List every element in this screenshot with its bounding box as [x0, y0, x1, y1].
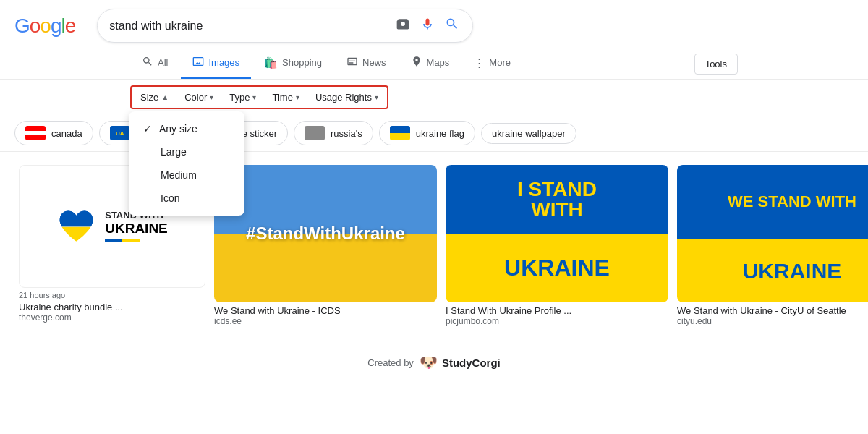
- tab-all-label: All: [158, 57, 168, 68]
- chip-thumb-sticker: UA: [110, 126, 130, 140]
- color-label: Color: [184, 92, 207, 103]
- usage-label: Usage Rights: [315, 92, 372, 103]
- time-chevron: ▾: [296, 93, 299, 101]
- search-bar: [97, 9, 473, 43]
- color-filter[interactable]: Color ▾: [177, 88, 221, 106]
- chip-russias-label: russia's: [331, 128, 362, 139]
- mic-icon[interactable]: [419, 15, 436, 36]
- news-icon: [346, 56, 358, 69]
- card-3-title: I Stand With Ukraine Profile ...: [446, 305, 668, 316]
- card-3-text-top: I STANDWITH: [517, 179, 597, 220]
- tab-images-label: Images: [208, 57, 239, 68]
- card-4-source: cityu.edu: [677, 316, 868, 326]
- corgi-icon: 🐶: [420, 354, 438, 371]
- size-filter[interactable]: Size ▲: [133, 88, 176, 106]
- time-label: Time: [272, 92, 292, 103]
- tab-news-label: News: [362, 57, 386, 68]
- card-1-source: theverge.com: [19, 312, 205, 323]
- size-option-icon[interactable]: Icon: [129, 187, 244, 210]
- size-option-large-label: Large: [161, 146, 187, 158]
- chip-thumb-canada: [25, 126, 46, 140]
- header: Google: [0, 0, 868, 48]
- filter-bar: Size ▲ Color ▾ Type ▾ Time ▾ Usage Right…: [0, 80, 868, 115]
- shopping-icon: 🛍️: [264, 56, 278, 69]
- size-option-medium-label: Medium: [161, 169, 197, 181]
- tab-images[interactable]: Images: [181, 48, 251, 79]
- chip-ukraine-wallpaper[interactable]: ukraine wallpaper: [481, 123, 576, 144]
- size-option-any-label: Any size: [159, 123, 197, 135]
- maps-icon: [411, 56, 422, 69]
- card-2-title: We Stand with Ukraine - ICDS: [214, 305, 437, 316]
- tab-maps-label: Maps: [427, 57, 450, 68]
- card-1-time: 21 hours ago: [19, 291, 205, 299]
- size-option-icon-label: Icon: [161, 192, 179, 204]
- chip-ukraine-wallpaper-label: ukraine wallpaper: [492, 128, 566, 139]
- search-input[interactable]: [109, 20, 387, 33]
- images-icon: [192, 56, 204, 69]
- studycorgi-brand: 🐶 StudyCorgi: [420, 354, 501, 371]
- image-card-3[interactable]: I STANDWITH UKRAINE I Stand With Ukraine…: [441, 161, 673, 331]
- heart-flag-svg: [56, 207, 96, 247]
- tab-shopping-label: Shopping: [282, 57, 322, 68]
- chip-russias[interactable]: russia's: [294, 121, 373, 145]
- card-4-text-top: WE STAND WITH: [728, 193, 856, 210]
- image-card-4[interactable]: WE STAND WITH UKRAINE We Stand with Ukra…: [673, 161, 868, 331]
- card-2-text: #StandWithUkraine: [246, 224, 405, 244]
- chip-ukraine-flag-label: ukraine flag: [416, 128, 464, 139]
- tab-more[interactable]: ⋮ More: [462, 49, 522, 79]
- check-icon: ✓: [143, 123, 152, 135]
- footer: Created by 🐶 StudyCorgi: [0, 339, 868, 386]
- chip-thumb-ukraine-flag: [390, 126, 410, 140]
- tab-maps[interactable]: Maps: [399, 48, 461, 79]
- size-dropdown: ✓ Any size Large Medium Icon: [129, 111, 244, 216]
- card-4-title: We Stand with Ukraine - CityU of Seattle: [677, 305, 868, 316]
- tab-more-label: More: [489, 57, 511, 68]
- filter-box: Size ▲ Color ▾ Type ▾ Time ▾ Usage Right…: [130, 85, 388, 109]
- type-label: Type: [229, 92, 250, 103]
- tools-button[interactable]: Tools: [694, 54, 738, 75]
- card-4-text-bottom: UKRAINE: [743, 259, 842, 284]
- card-1-title: Ukraine charity bundle ...: [19, 302, 205, 312]
- all-icon: [142, 56, 153, 69]
- color-chevron: ▾: [210, 93, 213, 101]
- chip-canada[interactable]: canada: [14, 121, 93, 145]
- usage-rights-filter[interactable]: Usage Rights ▾: [308, 88, 386, 106]
- type-chevron: ▾: [252, 93, 256, 101]
- card-3-source: picjumbo.com: [446, 316, 668, 326]
- usage-chevron: ▾: [375, 93, 378, 101]
- chip-ukraine-flag[interactable]: ukraine flag: [379, 121, 475, 145]
- nav-tabs: All Images 🛍️ Shopping News Maps ⋮ More …: [0, 48, 868, 80]
- size-option-any[interactable]: ✓ Any size: [129, 117, 244, 140]
- image-card-2[interactable]: #StandWithUkraine We Stand with Ukraine …: [210, 161, 441, 331]
- search-submit-icon[interactable]: [443, 15, 461, 36]
- chip-canada-label: canada: [51, 128, 82, 139]
- size-option-large[interactable]: Large: [129, 140, 244, 163]
- size-label: Size: [140, 92, 158, 103]
- footer-created-by: Created by: [367, 357, 414, 368]
- more-icon: ⋮: [474, 56, 485, 69]
- card-2-source: icds.ee: [214, 316, 437, 326]
- studycorgi-name: StudyCorgi: [442, 357, 501, 369]
- card-3-text-bottom: UKRAINE: [504, 255, 610, 281]
- tab-news[interactable]: News: [335, 48, 398, 79]
- tab-all[interactable]: All: [130, 48, 179, 79]
- chip-thumb-russias: [305, 126, 325, 140]
- camera-icon[interactable]: [394, 15, 412, 36]
- type-filter[interactable]: Type ▾: [222, 88, 263, 106]
- time-filter[interactable]: Time ▾: [265, 88, 306, 106]
- google-logo: Google: [14, 14, 75, 38]
- size-option-medium[interactable]: Medium: [129, 163, 244, 187]
- size-chevron: ▲: [161, 93, 169, 101]
- tab-shopping[interactable]: 🛍️ Shopping: [252, 49, 333, 79]
